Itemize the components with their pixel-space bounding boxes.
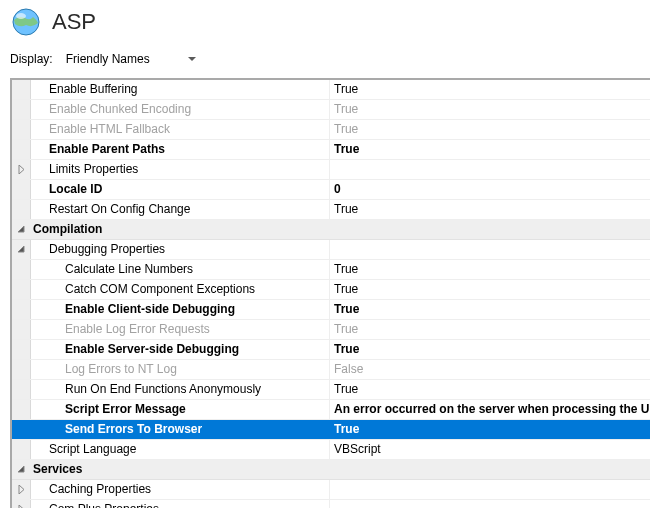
property-value[interactable]: True: [330, 420, 650, 439]
row-gutter: [12, 420, 31, 439]
page-header: ASP: [0, 0, 657, 42]
property-value[interactable]: True: [330, 100, 650, 119]
property-value[interactable]: True: [330, 280, 650, 299]
row-gutter: [12, 80, 31, 99]
expand-toggle[interactable]: [12, 460, 31, 479]
property-value[interactable]: False: [330, 360, 650, 379]
property-name-cell: Enable Server-side Debugging: [31, 340, 330, 359]
property-row[interactable]: Calculate Line NumbersTrue: [12, 260, 650, 280]
display-combo-value: Friendly Names: [66, 52, 150, 66]
property-name: Enable Buffering: [47, 80, 138, 99]
property-name: Enable Server-side Debugging: [63, 340, 239, 359]
property-value[interactable]: [330, 240, 650, 259]
globe-icon: [10, 6, 42, 38]
property-value[interactable]: An error occurred on the server when pro…: [330, 400, 650, 419]
row-gutter: [12, 300, 31, 319]
category-row[interactable]: Services: [12, 460, 650, 480]
property-row[interactable]: Debugging Properties: [12, 240, 650, 260]
property-name: Log Errors to NT Log: [63, 360, 177, 379]
row-gutter: [12, 260, 31, 279]
property-row[interactable]: Enable Parent PathsTrue: [12, 140, 650, 160]
property-row[interactable]: Send Errors To BrowserTrue: [12, 420, 650, 440]
row-gutter: [12, 280, 31, 299]
row-gutter[interactable]: [12, 500, 31, 508]
property-name-cell: Enable Parent Paths: [31, 140, 330, 159]
row-gutter: [12, 360, 31, 379]
property-value[interactable]: True: [330, 80, 650, 99]
property-name-cell: Enable Log Error Requests: [31, 320, 330, 339]
property-name: Limits Properties: [47, 160, 138, 179]
property-name: Enable HTML Fallback: [47, 120, 170, 139]
triangle-open-icon: [16, 245, 26, 255]
row-gutter[interactable]: [12, 240, 31, 259]
category-row[interactable]: Compilation: [12, 220, 650, 240]
property-name: Script Error Message: [63, 400, 186, 419]
property-name-cell: Enable HTML Fallback: [31, 120, 330, 139]
row-gutter: [12, 140, 31, 159]
property-name-cell: Caching Properties: [31, 480, 330, 499]
property-name-cell: Enable Buffering: [31, 80, 330, 99]
property-name-cell: Enable Chunked Encoding: [31, 100, 330, 119]
property-name: Locale ID: [47, 180, 102, 199]
property-name: Send Errors To Browser: [63, 420, 202, 439]
display-combo[interactable]: Friendly Names: [59, 48, 203, 70]
property-value[interactable]: True: [330, 200, 650, 219]
property-value[interactable]: True: [330, 300, 650, 319]
property-row[interactable]: Run On End Functions AnonymouslyTrue: [12, 380, 650, 400]
property-row[interactable]: Enable Server-side DebuggingTrue: [12, 340, 650, 360]
row-gutter: [12, 340, 31, 359]
property-row[interactable]: Script Error MessageAn error occurred on…: [12, 400, 650, 420]
property-name: Catch COM Component Exceptions: [63, 280, 255, 299]
row-gutter: [12, 440, 31, 459]
property-name-cell: Calculate Line Numbers: [31, 260, 330, 279]
property-value[interactable]: True: [330, 120, 650, 139]
property-name-cell: Restart On Config Change: [31, 200, 330, 219]
row-gutter: [12, 380, 31, 399]
row-gutter: [12, 400, 31, 419]
property-value[interactable]: [330, 500, 650, 508]
property-name: Restart On Config Change: [47, 200, 190, 219]
expand-toggle[interactable]: [12, 220, 31, 239]
display-label: Display:: [10, 52, 53, 66]
property-name-cell: Com Plus Properties: [31, 500, 330, 508]
property-row[interactable]: Enable BufferingTrue: [12, 80, 650, 100]
property-row[interactable]: Enable Client-side DebuggingTrue: [12, 300, 650, 320]
row-gutter: [12, 200, 31, 219]
row-gutter[interactable]: [12, 480, 31, 499]
property-value[interactable]: True: [330, 140, 650, 159]
property-value[interactable]: [330, 160, 650, 179]
category-label: Compilation: [31, 220, 650, 239]
property-row[interactable]: Restart On Config ChangeTrue: [12, 200, 650, 220]
property-row[interactable]: Enable Chunked EncodingTrue: [12, 100, 650, 120]
property-row[interactable]: Script LanguageVBScript: [12, 440, 650, 460]
property-name: Enable Log Error Requests: [63, 320, 210, 339]
property-row[interactable]: Locale ID0: [12, 180, 650, 200]
property-grid: Enable BufferingTrueEnable Chunked Encod…: [10, 78, 650, 508]
property-name: Calculate Line Numbers: [63, 260, 193, 279]
property-value[interactable]: [330, 480, 650, 499]
chevron-down-icon: [188, 57, 196, 61]
property-value[interactable]: True: [330, 320, 650, 339]
property-row[interactable]: Com Plus Properties: [12, 500, 650, 508]
property-value[interactable]: True: [330, 260, 650, 279]
property-row[interactable]: Enable HTML FallbackTrue: [12, 120, 650, 140]
category-label: Services: [31, 460, 650, 479]
property-name-cell: Catch COM Component Exceptions: [31, 280, 330, 299]
property-value[interactable]: 0: [330, 180, 650, 199]
property-value[interactable]: True: [330, 340, 650, 359]
property-row[interactable]: Log Errors to NT LogFalse: [12, 360, 650, 380]
row-gutter: [12, 180, 31, 199]
property-row[interactable]: Limits Properties: [12, 160, 650, 180]
property-name: Caching Properties: [47, 480, 151, 499]
triangle-open-icon: [16, 465, 26, 475]
page-title: ASP: [52, 9, 96, 35]
property-row[interactable]: Catch COM Component ExceptionsTrue: [12, 280, 650, 300]
property-value[interactable]: VBScript: [330, 440, 650, 459]
property-name-cell: Enable Client-side Debugging: [31, 300, 330, 319]
property-value[interactable]: True: [330, 380, 650, 399]
row-gutter[interactable]: [12, 160, 31, 179]
property-name-cell: Script Error Message: [31, 400, 330, 419]
property-name-cell: Locale ID: [31, 180, 330, 199]
property-row[interactable]: Enable Log Error RequestsTrue: [12, 320, 650, 340]
property-row[interactable]: Caching Properties: [12, 480, 650, 500]
